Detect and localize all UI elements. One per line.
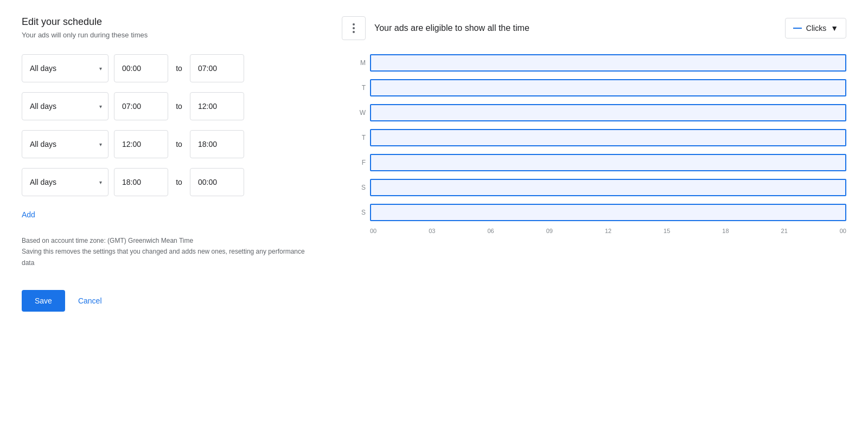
dropdown-arrow-icon: ▼ (831, 24, 838, 33)
chart-header: Your ads are eligible to show all the ti… (342, 16, 846, 40)
x-tick-00-8: 00 (840, 228, 846, 234)
day-select-wrapper-3: All daysMondayTuesdayWednesdayThursdayFr… (22, 130, 108, 158)
right-panel: Your ads are eligible to show all the ti… (336, 16, 846, 312)
clicks-line-icon (793, 28, 802, 29)
x-tick-12-4: 12 (605, 228, 663, 234)
day-select-4[interactable]: All daysMondayTuesdayWednesdayThursdayFr… (22, 168, 108, 196)
chart-area: MTWTFSS (355, 51, 846, 224)
to-label-3: to (174, 140, 184, 149)
timezone-info: Based on account time zone: (GMT) Greenw… (22, 235, 315, 268)
schedule-row-4: All daysMondayTuesdayWednesdayThursdayFr… (22, 168, 315, 196)
day-select-1[interactable]: All daysMondayTuesdayWednesdayThursdayFr… (22, 54, 108, 82)
page-title: Edit your schedule (22, 16, 315, 28)
schedule-row-1: All daysMondayTuesdayWednesdayThursdayFr… (22, 54, 315, 82)
schedule-row-3: All daysMondayTuesdayWednesdayThursdayFr… (22, 130, 315, 158)
clicks-label: Clicks (806, 24, 826, 33)
day-select-2[interactable]: All daysMondayTuesdayWednesdayThursdayFr… (22, 92, 108, 120)
chart-container: MTWTFSS 000306091215182100 (342, 51, 846, 234)
add-link[interactable]: Add (22, 210, 35, 219)
save-button[interactable]: Save (22, 290, 65, 312)
to-label-1: to (174, 64, 184, 73)
x-tick-03-1: 03 (429, 228, 487, 234)
chart-day-label-5: S (355, 184, 366, 191)
chart-day-label-1: T (355, 84, 366, 92)
left-panel: Edit your schedule Your ads will only ru… (22, 16, 336, 312)
x-tick-09-3: 09 (546, 228, 605, 234)
chart-day-row-3: T (355, 126, 846, 150)
day-select-wrapper-1: All daysMondayTuesdayWednesdayThursdayFr… (22, 54, 108, 82)
x-tick-21-7: 21 (781, 228, 840, 234)
start-time-4[interactable] (114, 168, 168, 196)
chart-bar-1 (370, 79, 846, 96)
chart-bar-0 (370, 54, 846, 72)
x-tick-06-2: 06 (487, 228, 546, 234)
chart-bar-4 (370, 154, 846, 171)
page-subtitle: Your ads will only run during these time… (22, 31, 315, 39)
chart-day-row-1: T (355, 76, 846, 100)
end-time-4[interactable] (190, 168, 244, 196)
chart-day-label-2: W (355, 109, 366, 117)
chart-day-label-4: F (355, 159, 366, 166)
clicks-dropdown[interactable]: Clicks ▼ (785, 18, 846, 38)
to-label-4: to (174, 178, 184, 186)
schedule-rows-container: All daysMondayTuesdayWednesdayThursdayFr… (22, 54, 315, 196)
end-time-3[interactable] (190, 130, 244, 158)
chart-bar-6 (370, 204, 846, 221)
action-buttons: Save Cancel (22, 290, 315, 312)
chart-day-label-0: M (355, 59, 366, 67)
start-time-1[interactable] (114, 54, 168, 82)
chart-title-area: Your ads are eligible to show all the ti… (374, 23, 785, 33)
start-time-2[interactable] (114, 92, 168, 120)
chart-day-label-3: T (355, 134, 366, 141)
cancel-button[interactable]: Cancel (78, 291, 102, 311)
start-time-3[interactable] (114, 130, 168, 158)
chart-day-row-0: M (355, 51, 846, 75)
x-axis: 000306091215182100 (355, 228, 846, 234)
chart-bar-2 (370, 104, 846, 121)
chart-day-row-4: F (355, 151, 846, 175)
menu-button[interactable] (342, 16, 366, 40)
chart-day-label-6: S (355, 209, 366, 216)
to-label-2: to (174, 102, 184, 111)
chart-bar-3 (370, 129, 846, 146)
day-select-wrapper-2: All daysMondayTuesdayWednesdayThursdayFr… (22, 92, 108, 120)
chart-day-row-6: S (355, 201, 846, 224)
chart-day-row-2: W (355, 101, 846, 125)
day-select-3[interactable]: All daysMondayTuesdayWednesdayThursdayFr… (22, 130, 108, 158)
three-dots-icon (353, 23, 355, 33)
day-select-wrapper-4: All daysMondayTuesdayWednesdayThursdayFr… (22, 168, 108, 196)
x-tick-15-5: 15 (663, 228, 722, 234)
end-time-1[interactable] (190, 54, 244, 82)
end-time-2[interactable] (190, 92, 244, 120)
chart-bar-5 (370, 179, 846, 196)
x-tick-18-6: 18 (722, 228, 781, 234)
schedule-row-2: All daysMondayTuesdayWednesdayThursdayFr… (22, 92, 315, 120)
x-tick-00-0: 00 (370, 228, 429, 234)
chart-status-text: Your ads are eligible to show all the ti… (374, 23, 529, 33)
chart-day-row-5: S (355, 176, 846, 199)
